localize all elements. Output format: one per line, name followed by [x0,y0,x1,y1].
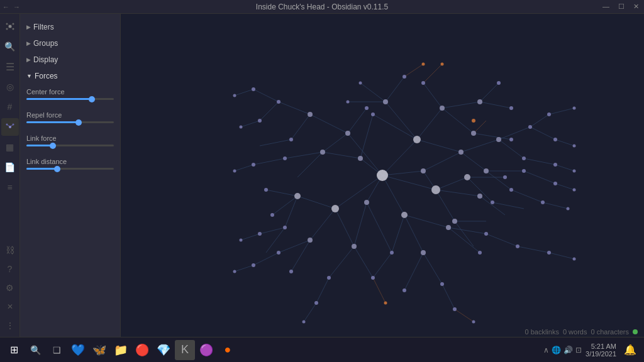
sys-icon-1: ∧ [543,346,549,354]
svg-point-131 [308,238,313,243]
svg-point-153 [440,282,444,286]
svg-point-145 [270,213,274,217]
link-distance-thumb[interactable] [54,166,60,172]
sidebar-item-menu[interactable]: ☰ [1,58,19,75]
maximize-button[interactable]: ☐ [616,3,627,11]
sidebar-item-graph-active[interactable] [1,118,19,136]
icon-sidebar: 🔍 ☰ ◎ # ▦ 📄 ≡ ⛓ ? ⚙ ✕ ⋮ [0,14,20,337]
svg-line-12 [8,125,9,126]
svg-point-150 [371,276,375,280]
svg-point-161 [528,125,532,129]
taskbar-taskview[interactable]: ❑ [47,340,67,360]
svg-point-176 [252,263,255,267]
svg-point-144 [264,188,268,192]
sidebar-item-note[interactable]: 📄 [1,158,19,176]
forces-title: Forces [35,72,58,80]
section-filters-header[interactable]: ▶ Filters [26,21,114,33]
sidebar-more[interactable]: ⋮ [1,317,19,334]
taskbar-app-7[interactable]: 🟣 [196,340,216,360]
svg-point-118 [331,205,339,212]
taskbar-app-1[interactable]: 💙 [68,340,88,360]
sidebar-item-list[interactable]: ≡ [1,178,19,196]
clock-date: 3/19/2021 [586,350,616,358]
svg-point-170 [553,182,557,185]
center-force-thumb[interactable] [89,96,95,102]
section-groups-header[interactable]: ▶ Groups [26,37,114,50]
link-force-track[interactable] [26,145,114,146]
svg-point-173 [258,119,262,123]
svg-line-6 [11,25,11,26]
svg-point-169 [553,163,557,167]
taskbar-time[interactable]: 5:21 AM 3/19/2021 [586,343,616,358]
sidebar-item-graph[interactable] [1,18,19,35]
svg-point-138 [484,168,489,173]
taskbar: ⊞ 🔍 ❑ 💙 🦋 📁 🔴 💎 K 🟣 ● ∧ 🌐 🔊 ⊡ 5:21 AM 3/… [0,337,644,362]
svg-point-125 [364,200,369,205]
link-force-thumb[interactable] [50,143,56,149]
svg-point-200 [567,207,570,211]
svg-point-143 [283,156,287,160]
svg-point-185 [441,63,444,66]
taskbar-app-6[interactable]: K [175,340,195,360]
taskbar-app-3[interactable]: 📁 [111,340,131,360]
sync-status-dot [633,329,638,334]
svg-point-121 [401,212,408,218]
svg-point-163 [522,169,526,173]
taskbar-app-4[interactable]: 🔴 [132,340,152,360]
repel-force-track[interactable] [26,121,114,123]
taskbar-pinned-apps: 💙 🦋 📁 🔴 💎 K 🟣 ● [68,340,238,360]
svg-point-4 [12,28,14,30]
svg-point-166 [547,251,551,255]
close-button[interactable]: ✕ [631,3,641,11]
svg-point-191 [233,94,236,97]
graph-area[interactable] [121,14,644,337]
settings-panel: ▶ Filters ▶ Groups ▶ Display ▼ Forces Ce… [20,14,121,337]
center-force-group: Center force [20,84,120,107]
svg-point-172 [252,87,255,91]
sidebar-collapse[interactable]: ✕ [1,298,19,315]
svg-point-2 [12,23,14,25]
taskbar-search[interactable]: 🔍 [25,340,45,360]
svg-point-179 [472,321,475,324]
section-forces-header[interactable]: ▼ Forces [26,70,114,82]
center-force-track[interactable] [26,98,114,100]
svg-point-135 [477,99,482,104]
sys-network: 🌐 [552,346,561,354]
svg-point-182 [402,75,406,79]
taskbar-app-5[interactable]: 💎 [153,340,174,360]
svg-point-184 [422,63,425,66]
svg-point-201 [573,258,576,261]
taskbar-app-8[interactable]: ● [218,340,238,360]
section-filters: ▶ Filters [20,19,120,35]
status-bar: 0 backlinks 0 words 0 characters [519,327,644,337]
notification-button[interactable]: 🔔 [620,340,640,360]
svg-point-178 [453,307,457,311]
svg-point-123 [358,156,363,161]
section-display-header[interactable]: ▶ Display [26,53,114,66]
sidebar-item-search[interactable]: 🔍 [1,38,19,55]
sidebar-item-tag[interactable]: # [1,98,19,116]
nav-back[interactable]: ← [3,3,9,11]
svg-point-174 [252,163,255,167]
section-display: ▶ Display [20,52,120,68]
repel-force-fill [26,121,79,123]
repel-force-thumb[interactable] [75,119,82,126]
sidebar-item-calendar[interactable]: ▦ [1,138,19,156]
taskbar-app-2[interactable]: 🦋 [89,340,109,360]
svg-point-177 [314,301,318,305]
link-distance-group: Link distance [20,154,120,177]
sidebar-item-settings[interactable]: ⚙ [1,279,19,297]
nav-forward[interactable]: → [13,3,20,11]
link-force-label: Link force [26,134,114,142]
svg-point-171 [541,200,545,204]
title-bar: ← → Inside Chuck's Head - Obsidian v0.11… [0,0,644,14]
minimize-button[interactable]: — [600,3,612,11]
svg-point-196 [573,107,576,110]
sidebar-item-location[interactable]: ◎ [1,78,19,96]
sidebar-item-links[interactable]: ⛓ [1,241,19,259]
svg-point-124 [421,168,426,173]
words-status: 0 words [563,328,587,336]
link-distance-track[interactable] [26,168,114,170]
windows-start-button[interactable]: ⊞ [4,340,24,360]
sidebar-item-help[interactable]: ? [1,260,19,278]
